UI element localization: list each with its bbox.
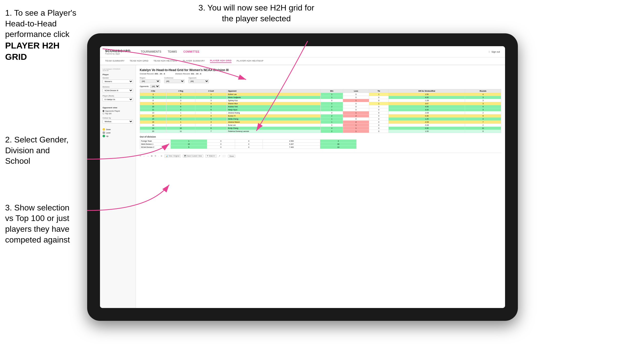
- cell-loss: 2: [343, 121, 369, 124]
- toolbar-dots[interactable]: ·: [158, 155, 159, 157]
- legend-level-label: Level: [106, 132, 110, 134]
- cell-rounds: 4: [465, 118, 501, 121]
- cell-conf: 2: [195, 124, 227, 127]
- cell-tie: 1: [369, 93, 389, 96]
- sub-nav-team-h2h-heatmap[interactable]: TEAM H2H HEATMAP: [154, 60, 178, 63]
- grid-area: Katelyn Vo Head-to-Head Grid for Women's…: [136, 65, 505, 308]
- gender-select[interactable]: Women's: [103, 80, 133, 83]
- toolbar-layout[interactable]: ⋮⋮: [222, 155, 226, 157]
- ood-tie: 0: [235, 143, 263, 146]
- toolbar-grid-icon[interactable]: ⊞: [151, 155, 153, 157]
- opponents-filter-select[interactable]: (All): [150, 85, 160, 88]
- step1-bold: PLAYER H2H GRID: [5, 41, 59, 62]
- toolbar-undo[interactable]: ↩: [140, 155, 141, 157]
- cell-rounds: 2: [465, 124, 501, 127]
- region-filter-select[interactable]: (All): [140, 79, 160, 83]
- nav-tournaments[interactable]: TOURNAMENTS: [141, 50, 161, 53]
- cell-tie: 0: [369, 118, 389, 121]
- cell-diff: -5.00: [389, 124, 465, 127]
- cell-diff: -0.94: [389, 121, 465, 124]
- toolbar-export[interactable]: ↗: [219, 155, 220, 157]
- h2h-table: # Div # Reg # Conf Opponent Win Loss Tie…: [140, 89, 501, 133]
- cell-opponent: Alexis Sudjianto: [227, 96, 321, 99]
- cell-diff: 0.30: [389, 127, 465, 130]
- cell-div: 5: [140, 96, 166, 99]
- cell-opponent: Euna Lee: [227, 124, 321, 127]
- cell-tie: 1: [369, 102, 389, 105]
- sub-nav-team-h2h-grid[interactable]: TEAM H2H GRID: [130, 60, 148, 63]
- cell-rounds: 2: [465, 111, 501, 114]
- cell-diff: 3.67: [389, 102, 465, 105]
- toolbar-circle[interactable]: ⊙: [161, 155, 162, 157]
- cell-conf: 4: [195, 102, 227, 105]
- cell-tie: 0: [369, 114, 389, 118]
- colour-by-select[interactable]: Win/loss: [103, 120, 133, 123]
- step2-block: 2. Select Gender, Division and School: [5, 134, 77, 167]
- cell-reg: 1: [166, 121, 195, 124]
- cell-diff: -1.00: [389, 99, 465, 102]
- cell-rounds: 9: [465, 114, 501, 118]
- toolbar-share[interactable]: Share: [228, 155, 235, 158]
- ood-win: 15: [171, 143, 207, 146]
- step3-left-block: 3. Show selection vs Top 100 or just pla…: [5, 203, 77, 245]
- radio-top100[interactable]: Top 100: [103, 113, 133, 114]
- sub-nav-player-summary[interactable]: PLAYER SUMMARY: [183, 60, 205, 63]
- cell-conf: 7: [195, 130, 227, 133]
- cell-reg: 6: [166, 105, 195, 108]
- instructions-left: 1. To see a Player's Head-to-Head perfor…: [0, 0, 82, 260]
- step1-text: 1. To see a Player's Head-to-Head perfor…: [5, 8, 76, 39]
- logo-text: SCOREBOARD: [105, 49, 130, 53]
- cell-win: 1: [320, 93, 343, 96]
- cell-div: 14: [140, 114, 166, 118]
- cell-reg: 1: [166, 93, 195, 96]
- colour-legend: Down Level Up: [103, 128, 133, 137]
- cell-tie: 0: [369, 130, 389, 133]
- ood-loss: 0: [207, 146, 235, 149]
- toolbar-watch[interactable]: 👁 Watch ▾: [205, 155, 217, 158]
- conference-filter-select[interactable]: (All): [164, 79, 185, 83]
- nav-committee[interactable]: COMMITTEE: [183, 50, 199, 53]
- toolbar-back[interactable]: ←: [143, 155, 145, 157]
- cell-div: 16: [140, 121, 166, 124]
- colour-by-label: Colour by: [103, 117, 133, 119]
- sub-nav-player-h2h-heatmap[interactable]: PLAYER H2H HEATMAP: [237, 60, 263, 63]
- overall-record-label: Overall Record:: [140, 73, 154, 75]
- sub-nav: TEAM SUMMARY TEAM H2H GRID TEAM H2H HEAT…: [100, 57, 505, 65]
- cell-conf: 3: [195, 121, 227, 124]
- sub-nav-team-summary[interactable]: TEAM SUMMARY: [105, 60, 125, 63]
- cell-reg: 8: [166, 118, 195, 121]
- radio-opponents-played[interactable]: Opponents Played: [103, 110, 133, 112]
- cell-win: 2: [320, 114, 343, 118]
- cell-rounds: 4: [465, 105, 501, 108]
- player-section-title: Player: [103, 73, 133, 76]
- division-record-value: 331 - 34 - 6: [191, 73, 201, 75]
- toolbar-view-original[interactable]: 📊 View: Original: [164, 155, 181, 158]
- opponent-filter-select[interactable]: (All): [188, 79, 209, 83]
- sub-nav-player-h2h-grid[interactable]: PLAYER H2H GRID: [210, 59, 232, 63]
- cell-opponent: Heejo Hyun: [227, 108, 321, 111]
- filter-conference: Conference (All): [164, 77, 185, 83]
- division-select[interactable]: NCAA Division III: [103, 89, 133, 92]
- nav-teams[interactable]: TEAMS: [168, 50, 177, 53]
- cell-div: 18: [140, 124, 166, 127]
- cell-win: 0: [320, 111, 343, 114]
- cell-div: 3: [140, 93, 166, 96]
- cell-rounds: 11: [465, 127, 501, 130]
- cell-loss: 1: [343, 111, 369, 114]
- cell-rounds: 6: [465, 130, 501, 133]
- cell-diff: -3.00: [389, 111, 465, 114]
- player-rank-select[interactable]: 8. Katelyn Vo: [103, 98, 133, 101]
- col-diff: Diff Av Strokes/Rnd: [389, 89, 465, 93]
- toolbar-save-view[interactable]: 💾 Save Custom View: [183, 155, 203, 158]
- sign-out-button[interactable]: Sign out: [491, 51, 500, 53]
- cell-win: 0: [320, 124, 343, 127]
- legend-up-label: Up: [106, 135, 108, 137]
- legend-down: Down: [103, 128, 133, 131]
- app-header: SCOREBOARD Powered by clippd TOURNAMENTS…: [100, 46, 505, 57]
- bottom-toolbar: ↩ ← → ⊞ ⟲ · ⊙ 📊 View: Original 💾 Save Cu…: [140, 153, 501, 158]
- cell-win: 0: [320, 99, 343, 102]
- toolbar-forward[interactable]: →: [147, 155, 149, 157]
- toolbar-refresh[interactable]: ⟲: [155, 155, 156, 157]
- cell-div: 6: [140, 99, 166, 102]
- out-of-division-title: Out of division: [140, 136, 501, 138]
